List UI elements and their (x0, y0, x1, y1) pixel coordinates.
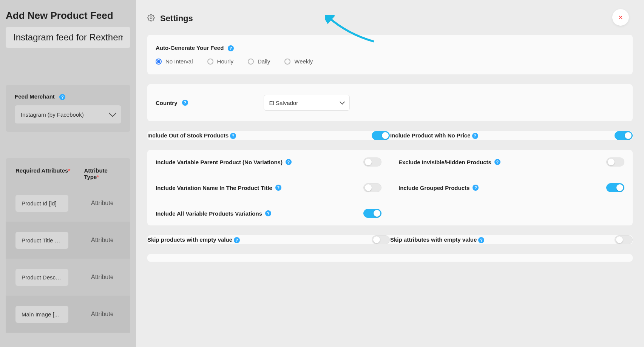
toggle-label: Exclude Invisible/Hidden Products (398, 159, 491, 165)
help-icon[interactable]: ? (182, 100, 188, 106)
radio-label: No Interval (165, 58, 193, 65)
help-icon[interactable]: ? (473, 185, 479, 191)
toggle-label: Include Variation Name In The Product Ti… (156, 185, 272, 191)
table-row: Product Id [id] Attribute (6, 185, 130, 222)
toggle-label: Include Variable Parent Product (No Vari… (156, 159, 283, 165)
table-row: Product Title … Attribute (6, 222, 130, 259)
toggle-variation-name-title: Include Variation Name In The Product Ti… (156, 183, 381, 192)
toggle-skip-attr-empty: Skip attributes with empty value ? (390, 235, 633, 244)
attr-type: Attribute (91, 274, 114, 281)
toggle-switch[interactable] (606, 183, 624, 192)
radio-icon (207, 59, 213, 65)
toggle-switch[interactable] (615, 131, 633, 140)
toggle-switch[interactable] (372, 235, 390, 244)
country-half: Country ? El Salvador (147, 84, 390, 121)
left-side: Include Variable Parent Product (No Vari… (147, 150, 390, 225)
right-side: Exclude Invisible/Hidden Products ? Incl… (390, 150, 633, 225)
country-section: Country ? El Salvador (147, 84, 633, 121)
help-icon[interactable]: ? (472, 133, 478, 139)
feed-title-input[interactable] (6, 27, 130, 48)
panel-header: Settings (136, 0, 644, 35)
panel-title: Settings (160, 14, 193, 23)
required-asterisk: * (97, 174, 99, 180)
col-attr-type: Attribute Type (84, 167, 108, 180)
feed-merchant-label: Feed Merchant (15, 93, 55, 100)
attr-type: Attribute (91, 200, 114, 207)
toggle-exclude-hidden: Exclude Invisible/Hidden Products ? (398, 157, 624, 167)
feed-merchant-card: Feed Merchant ? Instagram (by Facebook) (6, 85, 130, 132)
toggle-switch[interactable] (363, 157, 381, 167)
toggle-all-variations: Include All Variable Products Variations… (156, 209, 381, 218)
autogen-section: Auto-Generate Your Feed ? No Interval Ho… (147, 35, 633, 74)
toggle-section-3: Skip products with empty value ? Skip at… (147, 235, 633, 244)
country-label: Country (156, 100, 178, 106)
attr-type: Attribute (91, 311, 114, 318)
radio-no-interval[interactable]: No Interval (156, 58, 193, 65)
left-column: Add New Product Feed Feed Merchant ? Ins… (0, 0, 136, 347)
next-section-peek (147, 254, 633, 262)
table-row: Main Image [... Attribute (6, 296, 130, 333)
table-row: Product Desc… Attribute (6, 259, 130, 296)
radio-icon (248, 59, 254, 65)
help-icon[interactable]: ? (59, 94, 65, 100)
toggle-label: Skip attributes with empty value (390, 236, 477, 243)
gear-icon (147, 14, 155, 23)
radio-hourly[interactable]: Hourly (207, 58, 233, 65)
toggle-switch[interactable] (606, 157, 624, 167)
toggle-section-1: Include Out of Stock Products ? Include … (147, 131, 633, 140)
toggle-variable-parent: Include Variable Parent Product (No Vari… (156, 157, 381, 167)
radio-weekly[interactable]: Weekly (284, 58, 313, 65)
settings-panel: Settings Auto-Generate Your Feed ? No In… (136, 0, 644, 347)
attr-tag[interactable]: Product Id [id] (15, 195, 68, 212)
panel-body: Auto-Generate Your Feed ? No Interval Ho… (136, 35, 644, 283)
radio-daily[interactable]: Daily (248, 58, 270, 65)
chevron-down-icon (339, 99, 344, 105)
chevron-down-icon (109, 109, 116, 117)
svg-point-0 (150, 17, 152, 19)
toggle-out-of-stock: Include Out of Stock Products ? (147, 131, 390, 140)
radio-icon (284, 59, 290, 65)
close-button[interactable] (612, 9, 629, 26)
radio-label: Daily (258, 58, 270, 65)
radio-icon (156, 59, 162, 65)
help-icon[interactable]: ? (494, 159, 500, 165)
attributes-header: Required Attributes* Attribute Type* (6, 158, 130, 185)
attributes-card: Required Attributes* Attribute Type* Pro… (6, 158, 130, 333)
help-icon[interactable]: ? (228, 45, 234, 51)
help-icon[interactable]: ? (230, 133, 236, 139)
feed-merchant-select[interactable]: Instagram (by Facebook) (15, 105, 121, 123)
autogen-options: No Interval Hourly Daily Weekly (156, 58, 624, 65)
toggle-section-2: Include Variable Parent Product (No Vari… (147, 150, 633, 225)
help-icon[interactable]: ? (286, 159, 292, 165)
help-icon[interactable]: ? (234, 237, 240, 243)
toggle-switch[interactable] (372, 131, 390, 140)
attr-tag[interactable]: Main Image [... (15, 306, 68, 323)
toggle-label: Include All Variable Products Variations (156, 210, 262, 217)
autogen-label: Auto-Generate Your Feed (156, 45, 224, 51)
page-title: Add New Product Feed (6, 10, 130, 22)
toggle-label: Include Product with No Price (390, 132, 471, 139)
toggle-label: Include Grouped Products (398, 185, 469, 191)
attr-tag[interactable]: Product Title … (15, 232, 68, 249)
country-value: El Salvador (269, 100, 298, 106)
radio-label: Weekly (294, 58, 313, 65)
toggle-switch[interactable] (363, 209, 381, 218)
attr-tag[interactable]: Product Desc… (15, 269, 68, 286)
toggle-switch[interactable] (363, 183, 381, 192)
attr-type: Attribute (91, 237, 114, 244)
feed-merchant-value: Instagram (by Facebook) (21, 111, 84, 118)
radio-label: Hourly (217, 58, 233, 65)
toggle-label: Include Out of Stock Products (147, 132, 229, 139)
help-icon[interactable]: ? (478, 237, 484, 243)
toggle-grouped: Include Grouped Products ? (398, 183, 624, 192)
close-icon (618, 14, 624, 20)
toggle-skip-prod-empty: Skip products with empty value ? (147, 235, 390, 244)
country-select[interactable]: El Salvador (264, 95, 350, 111)
help-icon[interactable]: ? (275, 185, 281, 191)
required-asterisk: * (68, 167, 70, 174)
toggle-switch[interactable] (615, 235, 633, 244)
toggle-label: Skip products with empty value (147, 236, 232, 243)
col-required-attrs: Required Attributes (15, 167, 68, 174)
help-icon[interactable]: ? (265, 210, 271, 216)
empty-half (390, 84, 633, 121)
